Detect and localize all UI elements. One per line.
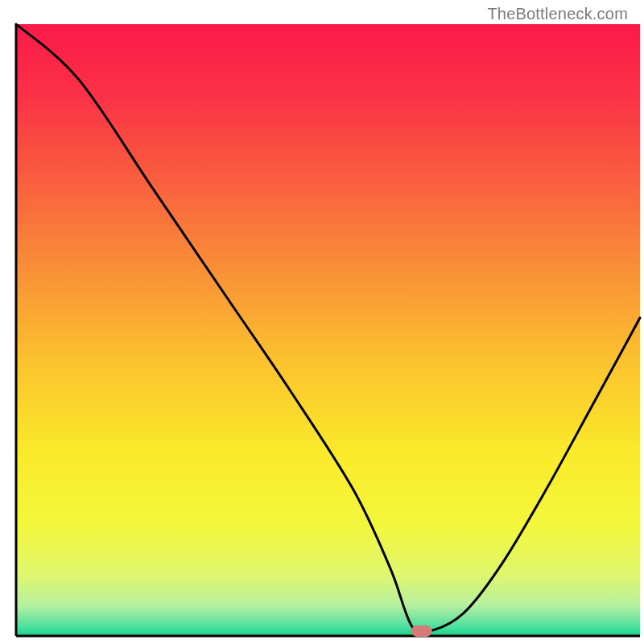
bottleneck-chart	[0, 0, 644, 644]
chart-container: TheBottleneck.com	[0, 0, 644, 644]
attribution-text: TheBottleneck.com	[487, 5, 628, 23]
plot-background	[16, 24, 640, 636]
optimal-marker	[411, 625, 432, 637]
